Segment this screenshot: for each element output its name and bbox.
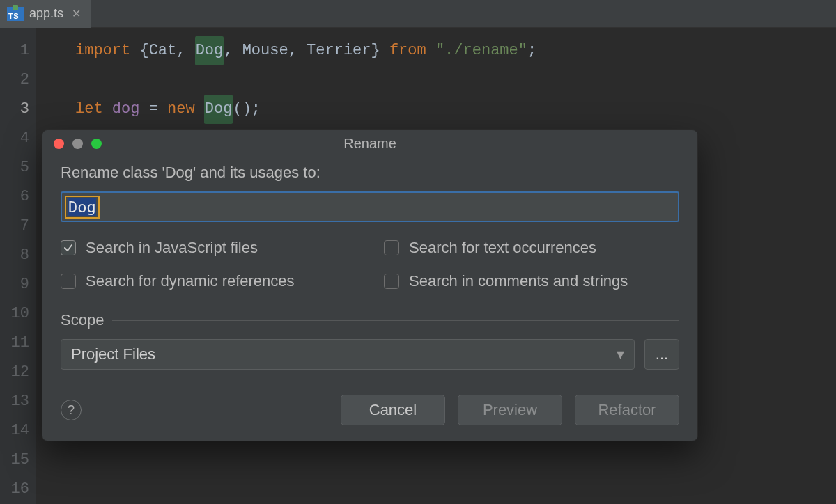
editor-tab-app-ts[interactable]: TS app.ts ✕ [0,0,91,27]
line-number: 12 [0,358,36,387]
keyword-let: let [75,95,103,124]
line-number: 1 [0,36,36,65]
help-button[interactable]: ? [61,400,82,420]
checkbox-label: Search for text occurrences [409,239,596,257]
typescript-file-icon: TS [7,7,24,21]
checkbox-icon [61,274,76,289]
rename-prompt: Rename class 'Dog' and its usages to: [61,164,679,182]
brace: { [139,36,148,65]
checkbox-icon [384,240,399,255]
line-number: 3 [0,95,36,124]
checkbox-label: Search for dynamic references [86,272,295,290]
line-number: 11 [0,329,36,358]
cancel-button[interactable]: Cancel [341,395,445,425]
window-minimize-icon[interactable] [72,139,83,149]
keyword-from: from [389,36,426,65]
dialog-titlebar[interactable]: Rename [42,130,697,157]
semicolon: ; [527,36,536,65]
operator-eq: = [149,95,158,124]
checkbox-search-js-files[interactable]: Search in JavaScript files [61,239,356,257]
ident-dog-highlighted: Dog [195,36,224,65]
rename-dialog: Rename Rename class 'Dog' and its usages… [42,129,698,441]
call-suffix: (); [233,95,261,124]
ident-terrier: Terrier [307,36,371,65]
rename-input-selection: Dog [65,196,100,219]
line-number: 2 [0,65,36,95]
brace: } [371,36,380,65]
line-number: 8 [0,241,36,270]
tab-bar: TS app.ts ✕ [0,0,836,28]
line-number: 13 [0,387,36,416]
checkbox-label: Search in JavaScript files [86,239,258,257]
line-number-gutter: 1 2 3 4 5 6 7 8 9 10 11 12 13 14 15 16 [0,28,36,504]
window-close-icon[interactable] [54,139,64,149]
checkbox-search-comments-strings[interactable]: Search in comments and strings [384,272,679,290]
line-number: 14 [0,416,36,446]
ident-mouse: Mouse [242,36,288,65]
string-literal: "./rename" [435,36,527,65]
var-dog: dog [112,95,140,124]
scope-value: Project Files [71,345,155,363]
code-line: let dog = new Dog(); [75,95,836,124]
options-grid: Search in JavaScript files Search for te… [61,239,679,290]
scope-label: Scope [61,311,104,329]
line-number: 15 [0,446,36,475]
scope-more-button[interactable]: ... [644,339,679,370]
line-number: 16 [0,475,36,504]
ident-dog-ctor-highlighted: Dog [204,95,233,124]
checkbox-search-text-occurrences[interactable]: Search for text occurrences [384,239,679,257]
code-line [75,65,836,95]
refactor-button[interactable]: Refactor [575,395,679,425]
line-number: 5 [0,153,36,182]
checkbox-search-dynamic-references[interactable]: Search for dynamic references [61,272,356,290]
line-number: 6 [0,182,36,212]
chevron-down-icon: ▾ [617,345,624,363]
window-controls [42,139,102,149]
checkbox-icon [61,240,76,255]
tab-filename: app.ts [29,6,63,21]
checkbox-label: Search in comments and strings [409,272,628,290]
dialog-title: Rename [42,136,697,152]
line-number: 4 [0,124,36,153]
rename-input[interactable]: Dog [61,191,679,222]
window-maximize-icon[interactable] [91,139,102,149]
line-number: 9 [0,270,36,299]
code-line: import {Cat, Dog, Mouse, Terrier} from "… [75,36,836,65]
line-number: 7 [0,212,36,241]
separator [112,320,679,321]
keyword-new: new [167,95,195,124]
preview-button[interactable]: Preview [458,395,562,425]
rename-input-value: Dog [68,198,96,216]
line-number: 10 [0,299,36,329]
ident-cat: Cat [149,36,177,65]
close-icon[interactable]: ✕ [72,7,81,20]
checkbox-icon [384,274,399,289]
keyword-import: import [75,36,130,65]
scope-select[interactable]: Project Files ▾ [61,339,635,370]
